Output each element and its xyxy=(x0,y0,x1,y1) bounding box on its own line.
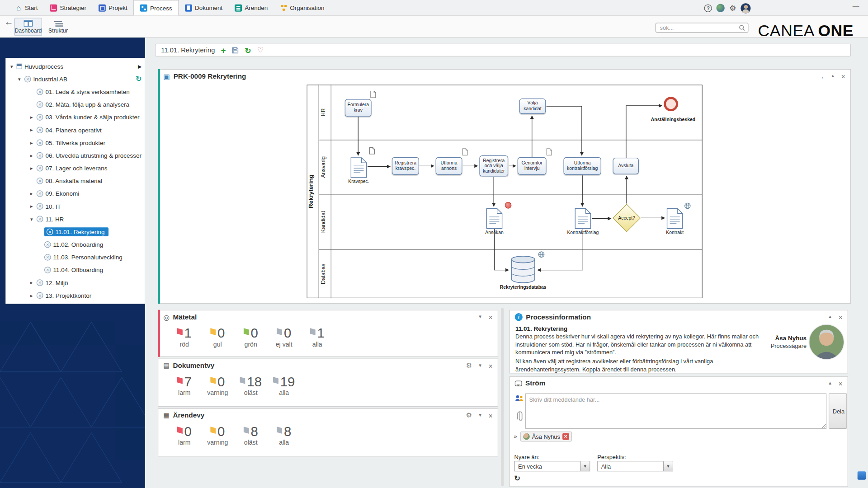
tree-item-12[interactable]: 12. Miljö xyxy=(5,276,145,289)
tree-item-03[interactable]: 03. Vårda kunder & sälja produkter xyxy=(5,111,145,123)
doc-kravspec[interactable] xyxy=(350,157,367,180)
open-arrow-icon[interactable]: → xyxy=(817,73,825,80)
task-genomfor-intervju[interactable]: Genomför intervju xyxy=(518,157,547,175)
column-splitter[interactable] xyxy=(501,308,504,486)
collapse-icon[interactable]: ▼ xyxy=(478,413,482,418)
collapse-icon[interactable]: ▼ xyxy=(478,363,482,368)
stat-larm[interactable]: 7 larm xyxy=(172,375,197,396)
save-icon[interactable] xyxy=(232,47,239,53)
dashboard-button[interactable]: Dashboard xyxy=(14,18,42,36)
stat-gron[interactable]: 0 grön xyxy=(238,326,264,347)
tree-item-13[interactable]: 13. Projektkontor xyxy=(5,289,145,301)
tab-start[interactable]: ⌂ Start xyxy=(9,0,44,15)
collapse-icon[interactable]: ▲ xyxy=(828,381,832,386)
newer-than-select[interactable]: En vecka ▼ xyxy=(514,461,590,471)
tree-item-1104[interactable]: 11.04. Offboarding xyxy=(5,263,145,276)
tab-projekt[interactable]: Projekt xyxy=(92,0,133,15)
tree-item-02[interactable]: 02. Mäta, följa upp & analysera xyxy=(5,98,145,111)
add-icon[interactable]: + xyxy=(221,46,226,54)
stat-varning[interactable]: 0 varning xyxy=(205,424,230,446)
window-minimize-icon[interactable]: — xyxy=(853,2,859,10)
expand-open-icon[interactable] xyxy=(9,63,14,69)
task-utforma-kontraktforslag[interactable]: Utforma kontraktförslag xyxy=(564,157,601,175)
stat-alla[interactable]: 1 alla xyxy=(304,326,330,347)
remove-recipient-icon[interactable]: × xyxy=(562,433,569,440)
back-button[interactable]: ← xyxy=(5,17,14,27)
tab-organisation[interactable]: Organisation xyxy=(274,0,330,15)
user-avatar[interactable] xyxy=(741,3,750,13)
stat-alla[interactable]: 19 alla xyxy=(271,375,297,396)
expand-closed-icon[interactable] xyxy=(29,165,34,171)
expand-open-icon[interactable] xyxy=(17,76,22,81)
tab-dokument[interactable]: Dokument xyxy=(179,0,228,15)
perspective-select[interactable]: Alla ▼ xyxy=(597,461,673,471)
stream-refresh-icon[interactable]: ↻ xyxy=(514,474,520,482)
resize-grip[interactable] xyxy=(821,424,826,428)
tree-item-08[interactable]: 08. Anskaffa material xyxy=(5,174,145,187)
tree-item-huvudprocess[interactable]: Huvudprocess ▶ xyxy=(5,60,145,72)
stat-olast[interactable]: 18 oläst xyxy=(238,375,264,396)
expand-closed-icon[interactable] xyxy=(29,140,34,145)
database-rekryteringsdatabas[interactable] xyxy=(510,255,536,286)
stat-olast[interactable]: 8 oläst xyxy=(238,424,264,446)
task-formulera-krav[interactable]: Formulera krav xyxy=(345,99,372,117)
settings-gear-icon[interactable]: ⚙ xyxy=(466,412,472,419)
struktur-button[interactable]: Struktur xyxy=(44,18,72,36)
expand-closed-icon[interactable] xyxy=(29,292,34,298)
task-registrera-kravspec[interactable]: Registrera kravspec. xyxy=(392,157,419,175)
close-icon[interactable]: × xyxy=(841,73,845,80)
tree-item-04[interactable]: 04. Planera operativt xyxy=(5,123,145,136)
stat-ej-valt[interactable]: 0 ej valt xyxy=(271,326,297,347)
end-event-anstallningsbesked[interactable] xyxy=(664,97,678,111)
tree-item-07[interactable]: 07. Lager och leverans xyxy=(5,162,145,174)
tree-item-industrial-ab[interactable]: Industrial AB ↻ xyxy=(5,72,145,85)
settings-gear-icon[interactable]: ⚙ xyxy=(466,362,472,369)
gear-icon[interactable]: ⚙ xyxy=(729,4,736,12)
doc-kontrakt[interactable] xyxy=(666,208,683,231)
stat-rod[interactable]: 1 röd xyxy=(172,326,197,347)
task-registrera-och-valja-kandidater[interactable]: Registrera och välja kandidater xyxy=(479,155,508,177)
expand-closed-icon[interactable] xyxy=(29,191,34,196)
expand-closed-icon[interactable] xyxy=(29,280,34,285)
tree-item-06[interactable]: 06. Utveckla utrustning & processer xyxy=(5,149,145,161)
tree-item-01[interactable]: 01. Leda & styra verksamheten xyxy=(5,85,145,98)
search-input[interactable] xyxy=(659,24,739,32)
task-avsluta[interactable]: Avsluta xyxy=(613,158,639,174)
doc-ansokan[interactable] xyxy=(486,208,503,231)
tab-arenden[interactable]: Ärenden xyxy=(229,0,274,15)
share-button[interactable]: Dela xyxy=(829,394,847,429)
globe-icon[interactable] xyxy=(717,4,725,12)
scroll-corner-button[interactable] xyxy=(858,471,866,479)
refresh-icon[interactable]: ↻ xyxy=(245,46,251,54)
close-icon[interactable]: × xyxy=(838,380,842,387)
doc-kontraktforslag[interactable] xyxy=(575,208,591,231)
tree-refresh-icon[interactable]: ↻ xyxy=(136,72,142,85)
more-chevron-icon[interactable]: » xyxy=(514,433,517,440)
tab-process[interactable]: Process xyxy=(133,0,179,15)
task-utforma-annons[interactable]: Utforma annons xyxy=(436,157,462,175)
stat-gul[interactable]: 0 gul xyxy=(205,326,230,347)
expand-closed-icon[interactable] xyxy=(29,152,34,158)
search-icon[interactable] xyxy=(739,24,745,30)
collapse-icon[interactable]: ▲ xyxy=(828,315,832,319)
collapse-icon[interactable]: ▲ xyxy=(830,74,835,79)
attach-paperclip-icon[interactable] xyxy=(516,411,523,424)
stat-varning[interactable]: 0 varning xyxy=(205,375,230,396)
tree-item-10[interactable]: 10. IT xyxy=(5,200,145,212)
task-valja-kandidat[interactable]: Välja kandidat xyxy=(519,99,546,114)
favorite-icon[interactable]: ♡ xyxy=(257,47,264,54)
tree-item-1101-selected[interactable]: 11.01. Rekrytering xyxy=(5,225,145,238)
expand-closed-icon[interactable] xyxy=(29,203,34,209)
close-icon[interactable]: × xyxy=(488,362,492,369)
tab-strategier[interactable]: Strategier xyxy=(44,0,92,15)
expand-open-icon[interactable] xyxy=(29,216,34,221)
recipients-icon[interactable] xyxy=(515,394,524,404)
jump-arrow-icon[interactable]: ▶ xyxy=(138,60,142,72)
help-icon[interactable]: ? xyxy=(704,4,712,12)
close-icon[interactable]: × xyxy=(488,412,492,419)
stat-alla[interactable]: 8 alla xyxy=(271,424,297,446)
tree-item-1103[interactable]: 11.03. Personalutveckling xyxy=(5,251,145,263)
stat-larm[interactable]: 0 larm xyxy=(172,424,197,446)
tree-item-05[interactable]: 05. Tillverka produkter xyxy=(5,136,145,149)
expand-closed-icon[interactable] xyxy=(29,127,34,132)
